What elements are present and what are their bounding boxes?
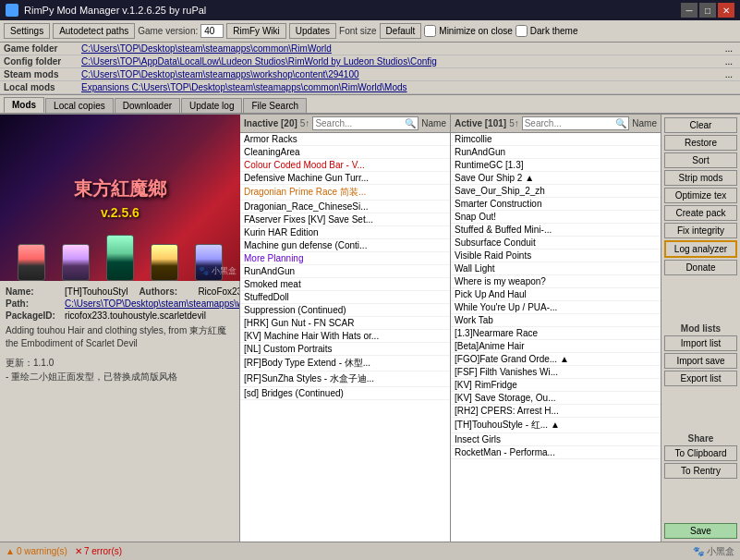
inactive-list-item[interactable]: Kurin HAR Edition <box>240 226 450 239</box>
minimize-button[interactable]: ─ <box>681 3 698 18</box>
restore-button[interactable]: Restore <box>664 135 737 151</box>
active-list-item[interactable]: Stuffed & Buffed Mini-... <box>451 224 661 237</box>
inactive-list-item[interactable]: [RF]Body Type Extend - 休型... <box>240 356 450 371</box>
local-mods-value[interactable]: Expansions C:\Users\TOP\Desktop\steam\st… <box>81 82 736 92</box>
config-folder-value[interactable]: C:\Users\TOP\AppData\LocalLow\Ludeon Stu… <box>81 56 718 67</box>
to-clipboard-button[interactable]: To Clipboard <box>664 445 737 461</box>
import-save-button[interactable]: Import save <box>664 353 737 369</box>
active-list-item[interactable]: Save_Our_Ship_2_zh <box>451 185 661 198</box>
steam-mods-value[interactable]: C:\Users\TOP\Desktop\steam\steamapps\wor… <box>81 69 718 79</box>
active-list-item[interactable]: Subsurface Conduit <box>451 237 661 250</box>
active-list-item[interactable]: [KV] Save Storage, Ou... <box>451 392 661 405</box>
game-folder-browse[interactable]: ... <box>722 43 736 54</box>
spacer-1 <box>664 277 737 318</box>
close-button[interactable]: ✕ <box>718 3 734 18</box>
inactive-list-item[interactable]: Machine gun defense (Conti... <box>240 239 450 252</box>
steam-mods-browse[interactable]: ... <box>722 69 736 79</box>
optimize-tex-button[interactable]: Optimize tex <box>664 188 737 203</box>
watermark: 🐾 小黑盒 <box>199 265 237 277</box>
active-list-item[interactable]: [1.3]Nearmare Race <box>451 327 661 340</box>
active-list-item[interactable]: Snap Out! <box>451 211 661 224</box>
inactive-search-icon[interactable]: 🔍 <box>405 118 416 128</box>
inactive-list-item[interactable]: RunAndGun <box>240 265 450 278</box>
active-search-icon[interactable]: 🔍 <box>615 118 626 128</box>
active-list-item[interactable]: Where is my weapon? <box>451 275 661 288</box>
active-list-item[interactable]: [RH2] CPERS: Arrest H... <box>451 405 661 418</box>
sort-button[interactable]: Sort <box>664 152 737 168</box>
settings-button[interactable]: Settings <box>4 23 50 39</box>
strip-mods-button[interactable]: Strip mods <box>664 170 737 186</box>
log-analyzer-button[interactable]: Log analyzer <box>664 240 737 258</box>
inactive-list-item[interactable]: Suppression (Continued) <box>240 304 450 317</box>
inactive-mod-list: Armor RacksCleaningAreaColour Coded Mood… <box>240 133 450 542</box>
inactive-list-item[interactable]: Armor Racks <box>240 133 450 146</box>
active-list-item[interactable]: Rimcollie <box>451 133 661 146</box>
game-version-input[interactable] <box>200 24 224 38</box>
to-rentry-button[interactable]: To Rentry <box>664 463 737 479</box>
active-list-item[interactable]: [KV] RimFridge <box>451 379 661 392</box>
inactive-list-item[interactable]: Defensive Machine Gun Turr... <box>240 172 450 185</box>
active-mods-header: Active [101] 5↑ 🔍 Name <box>451 115 661 133</box>
active-list-item[interactable]: Pick Up And Haul <box>451 288 661 301</box>
active-list-item[interactable]: Insect Girls <box>451 433 661 446</box>
tab-downloader[interactable]: Downloader <box>115 98 180 113</box>
active-list-item[interactable]: [TH]TouhouStyle - 红... ▲ <box>451 418 661 433</box>
game-folder-value[interactable]: C:\Users\TOP\Desktop\steam\steamapps\com… <box>81 43 718 54</box>
inactive-list-item[interactable]: [NL] Custom Portraits <box>240 343 450 356</box>
inactive-list-item[interactable]: CleaningArea <box>240 146 450 159</box>
export-list-button[interactable]: Export list <box>664 371 737 386</box>
game-folder-row: Game folder C:\Users\TOP\Desktop\steam\s… <box>0 43 740 55</box>
inactive-list-item[interactable]: [sd] Bridges (Continued) <box>240 387 450 400</box>
save-button[interactable]: Save <box>664 523 737 539</box>
create-pack-button[interactable]: Create pack <box>664 205 737 221</box>
font-size-button[interactable]: Default <box>380 23 422 39</box>
active-list-item[interactable]: While You're Up / PUA-... <box>451 301 661 314</box>
inactive-search-input[interactable] <box>315 118 403 128</box>
mod-packageid-row: PackageID: ricofox233.touhoustyle.scarle… <box>6 310 234 321</box>
dark-theme-checkbox[interactable] <box>516 25 528 37</box>
active-list-item[interactable]: Work Tab <box>451 314 661 327</box>
updates-button[interactable]: Updates <box>289 23 336 39</box>
inactive-list-item[interactable]: [KV] Machine Hair With Hats or... <box>240 330 450 343</box>
tab-mods[interactable]: Mods <box>4 97 44 113</box>
active-search-input[interactable] <box>525 118 614 128</box>
active-list-item[interactable]: Visible Raid Points <box>451 250 661 262</box>
inactive-list-item[interactable]: Smoked meat <box>240 278 450 291</box>
minimize-on-close-checkbox[interactable] <box>424 25 436 37</box>
tab-local-copies[interactable]: Local copies <box>45 98 114 113</box>
autodetect-button[interactable]: Autodetect paths <box>53 23 135 39</box>
active-list-item[interactable]: Save Our Ship 2 ▲ <box>451 172 661 185</box>
maximize-button[interactable]: □ <box>699 3 716 18</box>
inactive-list-item[interactable]: [HRK] Gun Nut - FN SCAR <box>240 317 450 330</box>
active-list-item[interactable]: [FGO]Fate Grand Orde... ▲ <box>451 353 661 366</box>
active-search-box: 🔍 <box>522 116 630 130</box>
active-list-item[interactable]: RuntimeGC [1.3] <box>451 159 661 172</box>
rimfy-wiki-button[interactable]: RimFy Wiki <box>226 23 286 39</box>
active-sort-label: Name <box>632 118 657 128</box>
bottom-status: ▲ 0 warning(s) ✕ 7 error(s) 🐾 小黑盒 <box>0 542 740 560</box>
tab-update-log[interactable]: Update log <box>181 98 242 113</box>
mod-path-value[interactable]: C:\Users\TOP\Desktop\steam\steamapps\wor… <box>65 298 239 309</box>
inactive-list-item[interactable]: Dragonian Prime Race 简装... <box>240 185 450 201</box>
main-content: 東方紅魔鄉 v.2.5.6 🐾 小黑盒 Name: [TH]TouhouStyl… <box>0 115 740 542</box>
active-list-item[interactable]: Wall Light <box>451 262 661 275</box>
inactive-list-item[interactable]: More Planning <box>240 252 450 265</box>
inactive-list-item[interactable]: Colour Coded Mood Bar - V... <box>240 159 450 172</box>
inactive-list-item[interactable]: FAserver Fixes [KV] Save Set... <box>240 213 450 226</box>
inactive-list-item[interactable]: [RF]SunZha Styles - 水盒子迪... <box>240 371 450 387</box>
fix-integrity-button[interactable]: Fix integrity <box>664 223 737 238</box>
local-mods-row: Local mods Expansions C:\Users\TOP\Deskt… <box>0 81 740 94</box>
active-list-item[interactable]: [FSF] Filth Vanishes Wi... <box>451 366 661 379</box>
active-list-item[interactable]: Smarter Construction <box>451 198 661 211</box>
donate-button[interactable]: Donate <box>664 260 737 275</box>
active-list-item[interactable]: RocketMan - Performa... <box>451 446 661 459</box>
active-list-item[interactable]: [Beta]Anime Hair <box>451 340 661 353</box>
inactive-list-item[interactable]: StuffedDoll <box>240 291 450 304</box>
tab-file-search[interactable]: File Search <box>243 98 307 113</box>
mod-image: 東方紅魔鄉 v.2.5.6 🐾 小黑盒 <box>0 115 240 281</box>
active-list-item[interactable]: RunAndGun <box>451 146 661 159</box>
inactive-list-item[interactable]: Dragonian_Race_ChineseSi... <box>240 201 450 213</box>
import-list-button[interactable]: Import list <box>664 335 737 351</box>
clear-button[interactable]: Clear <box>664 117 737 133</box>
config-folder-browse[interactable]: ... <box>722 56 736 67</box>
